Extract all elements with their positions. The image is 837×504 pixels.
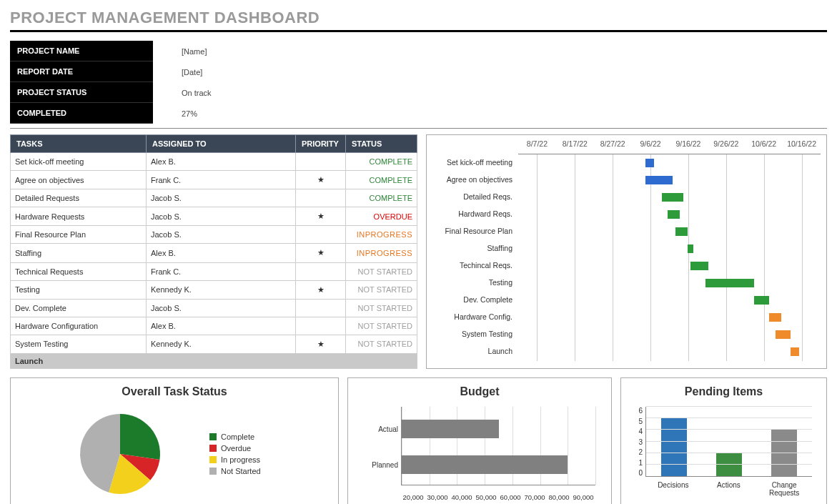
table-row: System TestingKennedy K.★NOT STARTED — [11, 335, 417, 353]
budget-y-label: Actual — [361, 425, 398, 433]
status-cell: COMPLETE — [346, 189, 417, 207]
priority-cell: ★ — [296, 244, 346, 262]
gantt-label: Staffing — [432, 239, 518, 257]
table-row: Dev. CompleteJacob S.NOT STARTED — [11, 299, 417, 317]
pending-bar — [661, 418, 687, 476]
task-cell: Hardware Requests — [11, 207, 147, 226]
project-name-value: [Name] — [182, 47, 296, 56]
tasks-header: TASKS — [11, 135, 147, 153]
gantt-bar — [675, 227, 688, 236]
gantt-bar — [690, 262, 708, 270]
status-cell: NOT STARTED — [346, 317, 417, 335]
task-cell: Hardware Configuration — [11, 317, 147, 335]
gantt-label: Agree on objectives — [432, 171, 518, 188]
pie-slice — [120, 414, 160, 460]
assigned-cell: Frank C. — [147, 262, 296, 280]
info-label: COMPLETED — [10, 103, 153, 124]
budget-x-tick: 20,000 — [401, 493, 425, 501]
pending-y-tick: 0 — [633, 469, 643, 477]
gantt-bar — [645, 176, 673, 184]
assigned-cell: Jacob S. — [147, 189, 296, 207]
gantt-bar — [668, 210, 680, 219]
table-row: TestingKennedy K.★NOT STARTED — [11, 280, 417, 299]
assigned-cell: Alex B. — [147, 317, 296, 335]
priority-cell — [296, 153, 346, 171]
budget-chart — [401, 407, 595, 485]
gantt-bar — [688, 244, 693, 253]
gantt-label: Dev. Complete — [432, 291, 518, 308]
pending-y-tick: 3 — [633, 438, 643, 446]
budget-bar — [402, 420, 499, 438]
report-date-value: [Date] — [182, 68, 296, 76]
status-cell: OVERDUE — [346, 207, 417, 226]
pending-y-tick: 4 — [633, 428, 643, 435]
pending-x-tick: Actions — [707, 481, 750, 497]
gantt-label: Hardward Reqs. — [432, 205, 518, 222]
gantt-axis-tick: 9/16/22 — [670, 139, 708, 154]
gantt-chart: Set kick-off meetingAgree on objectivesD… — [426, 134, 827, 369]
budget-x-tick: 30,000 — [425, 493, 450, 501]
status-cell: INPROGRESS — [346, 244, 417, 262]
priority-cell — [296, 317, 346, 335]
budget-x-tick: 80,000 — [547, 493, 571, 501]
table-row: Detailed RequestsJacob S.COMPLETE — [11, 189, 417, 207]
priority-cell: ★ — [296, 280, 346, 299]
gantt-bar — [791, 347, 800, 356]
table-row: Hardware RequestsJacob S.★OVERDUE — [11, 207, 417, 226]
priority-cell: ★ — [296, 335, 346, 353]
completed-value: 27% — [182, 109, 296, 118]
gantt-bar — [662, 193, 683, 202]
budget-y-label: Planned — [361, 461, 398, 469]
assigned-cell: Alex B. — [147, 244, 296, 262]
gantt-bar — [776, 330, 791, 339]
budget-x-tick: 60,000 — [498, 493, 522, 501]
launch-row: Launch — [11, 354, 417, 369]
table-row: StaffingAlex B.★INPROGRESS — [11, 244, 417, 262]
pie-chart — [45, 404, 195, 504]
gantt-bar — [769, 313, 781, 322]
pending-bar — [771, 430, 797, 476]
gantt-label: Detailed Reqs. — [432, 188, 518, 205]
pending-chart — [645, 407, 812, 477]
pending-title: Pending Items — [627, 385, 821, 398]
legend-item: Complete — [209, 433, 261, 441]
gantt-label: Set kick-off meeting — [432, 154, 518, 171]
page-title: PROJECT MANAGEMENT DASHBOARD — [10, 9, 827, 27]
gantt-label: System Testing — [432, 325, 518, 342]
project-status-value: On track — [182, 89, 296, 97]
project-info: PROJECT NAME REPORT DATE PROJECT STATUS … — [10, 41, 827, 124]
task-cell: Technical Requests — [11, 262, 147, 280]
overall-status-panel: Overall Task Status CompleteOverdueIn pr… — [10, 377, 339, 504]
assigned-header: ASSIGNED TO — [147, 135, 296, 153]
gantt-label: Final Resource Plan — [432, 222, 518, 239]
table-row: Set kick-off meetingAlex B.COMPLETE — [11, 153, 417, 171]
pending-x-tick: Change Requests — [763, 481, 806, 497]
priority-cell — [296, 189, 346, 207]
gantt-label: Techincal Reqs. — [432, 257, 518, 274]
table-row: Final Resource PlanJacob S.INPROGRESS — [11, 226, 417, 244]
task-cell: Agree on objectives — [11, 171, 147, 189]
pie-title: Overall Task Status — [16, 385, 332, 398]
gantt-bar — [645, 159, 655, 167]
budget-title: Budget — [354, 385, 605, 398]
pending-x-tick: Decisions — [652, 481, 695, 497]
priority-cell — [296, 226, 346, 244]
gantt-axis-tick: 9/26/22 — [707, 139, 745, 154]
status-cell: NOT STARTED — [346, 280, 417, 299]
task-cell: System Testing — [11, 335, 147, 353]
priority-cell — [296, 262, 346, 280]
pending-y-tick: 2 — [633, 448, 643, 456]
budget-x-tick: 40,000 — [450, 493, 474, 501]
assigned-cell: Jacob S. — [147, 299, 296, 317]
legend-item: Not Started — [209, 467, 261, 475]
budget-bar — [402, 455, 568, 474]
gantt-label: Testing — [432, 274, 518, 291]
gantt-axis-tick: 9/6/22 — [632, 139, 670, 154]
budget-x-tick: 50,000 — [474, 493, 498, 501]
assigned-cell: Alex B. — [147, 153, 296, 171]
task-cell: Set kick-off meeting — [11, 153, 147, 171]
gantt-bar — [705, 279, 754, 287]
budget-x-tick: 90,000 — [571, 493, 595, 501]
status-cell: NOT STARTED — [346, 299, 417, 317]
task-table: TASKS ASSIGNED TO PRIORITY STATUS Set ki… — [10, 134, 417, 369]
